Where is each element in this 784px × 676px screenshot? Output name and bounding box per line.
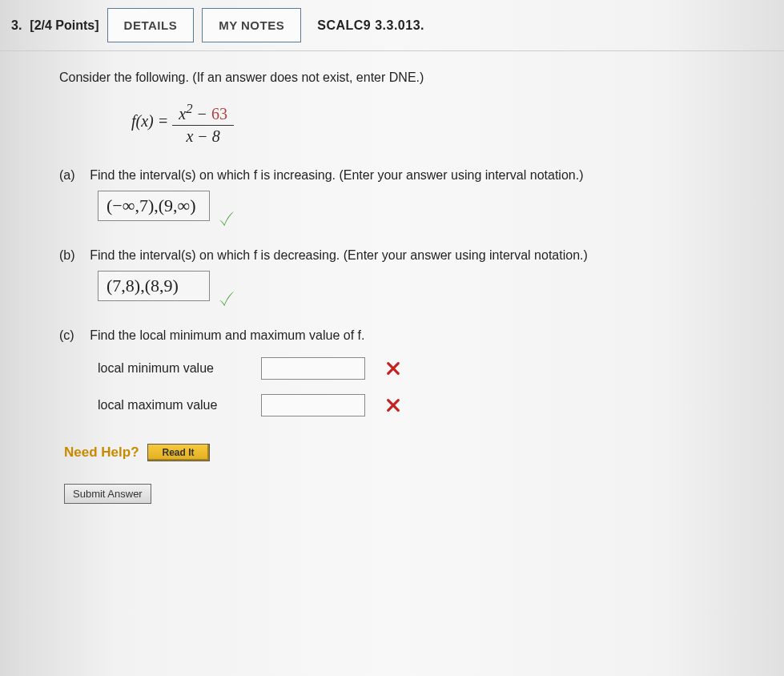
local-min-input[interactable] xyxy=(261,357,365,380)
my-notes-button[interactable]: MY NOTES xyxy=(202,8,301,42)
local-max-row: local maximum value xyxy=(98,394,784,416)
part-c-label: (c) xyxy=(59,328,86,343)
part-b-answer-row: (7,8),(8,9) xyxy=(98,271,784,301)
part-b-text: Find the interval(s) on which f is decre… xyxy=(90,248,588,262)
formula: f(x) = x2 − 63 x − 8 xyxy=(59,99,784,147)
part-c-text: Find the local minimum and maximum value… xyxy=(90,328,364,342)
part-a-label: (a) xyxy=(59,168,86,183)
prompt-text: Consider the following. (If an answer do… xyxy=(59,70,784,85)
question-content: Consider the following. (If an answer do… xyxy=(0,51,784,523)
need-help-label: Need Help? xyxy=(64,445,139,461)
local-max-label: local maximum value xyxy=(98,398,250,412)
part-a-answer-row: (−∞,7),(9,∞) xyxy=(98,191,784,221)
part-a: (a) Find the interval(s) on which f is i… xyxy=(59,168,784,221)
check-icon xyxy=(218,290,235,306)
part-c: (c) Find the local minimum and maximum v… xyxy=(59,328,784,416)
need-help-row: Need Help? Read It xyxy=(64,444,784,461)
submit-answer-button[interactable]: Submit Answer xyxy=(64,484,151,504)
numerator: x2 − 63 xyxy=(172,99,234,126)
denominator: x − 8 xyxy=(172,126,234,147)
fraction: x2 − 63 x − 8 xyxy=(172,99,234,147)
part-c-subitems: local minimum value local maximum value xyxy=(98,357,784,416)
question-page: 3. [2/4 Points] DETAILS MY NOTES SCALC9 … xyxy=(0,0,784,676)
local-min-label: local minimum value xyxy=(98,361,250,376)
question-reference: SCALC9 3.3.013. xyxy=(309,18,424,33)
question-header: 3. [2/4 Points] DETAILS MY NOTES SCALC9 … xyxy=(0,0,784,51)
part-b: (b) Find the interval(s) on which f is d… xyxy=(59,248,784,301)
part-b-label: (b) xyxy=(59,248,86,263)
part-a-answer-input[interactable]: (−∞,7),(9,∞) xyxy=(98,191,210,221)
part-b-answer-input[interactable]: (7,8),(8,9) xyxy=(98,271,210,301)
x-icon xyxy=(386,361,400,376)
question-number: 3. xyxy=(11,18,22,33)
x-icon xyxy=(386,398,400,412)
points-indicator: [2/4 Points] xyxy=(30,18,99,33)
read-it-button[interactable]: Read It xyxy=(147,444,210,461)
local-min-row: local minimum value xyxy=(98,357,784,380)
local-max-input[interactable] xyxy=(261,394,365,416)
formula-lhs: f(x) = xyxy=(131,112,172,130)
part-a-text: Find the interval(s) on which f is incre… xyxy=(90,168,583,182)
details-button[interactable]: DETAILS xyxy=(107,8,195,42)
check-icon xyxy=(218,210,235,226)
